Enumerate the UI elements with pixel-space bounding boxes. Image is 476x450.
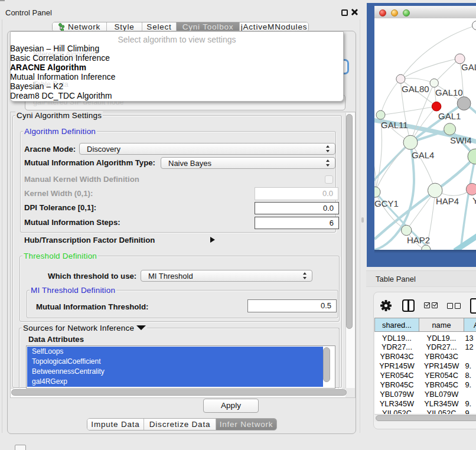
svg-text:GAL4: GAL4 [412,150,434,160]
svg-text:GAL10: GAL10 [435,87,463,97]
svg-text:GCY1: GCY1 [374,198,399,208]
svg-text:GAL7: GAL7 [461,62,476,72]
svg-text:GAL1: GAL1 [438,111,461,121]
svg-text:SWI4: SWI4 [450,135,472,145]
svg-text:Y: Y [472,195,476,206]
svg-text:GAL11: GAL11 [381,120,408,130]
svg-text:HAP2: HAP2 [407,235,430,245]
svg-text:HAP4: HAP4 [436,196,459,206]
svg-text:GAL80: GAL80 [402,84,429,94]
